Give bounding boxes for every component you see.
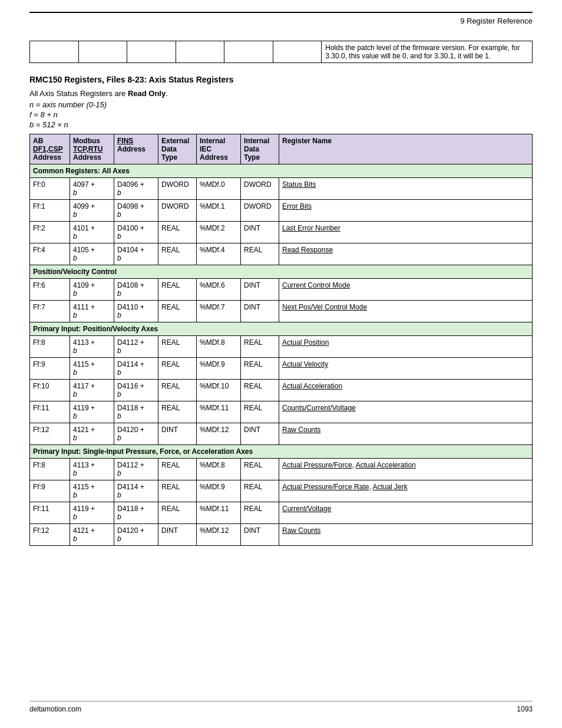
cell-iec: %MDf.8 bbox=[197, 459, 241, 480]
cell-int-type: REAL bbox=[241, 459, 279, 480]
th-iec-line1: Internal bbox=[200, 137, 225, 145]
reg-name-link[interactable]: Counts/Current/Voltage bbox=[282, 404, 356, 412]
group-header-cell: Primary Input: Position/Velocity Axes bbox=[30, 322, 533, 336]
table-row: Ff:04097 +bD4096 +bDWORD%MDf.0DWORDStatu… bbox=[30, 178, 533, 200]
cell-fins: D4110 +b bbox=[114, 301, 158, 322]
formula-n: n = axis number (0-15) bbox=[29, 100, 533, 109]
cell-ext-type: DINT bbox=[158, 524, 197, 546]
th-inttype: Internal Data Type bbox=[241, 134, 279, 164]
cell-modbus: 4097 +b bbox=[70, 178, 114, 200]
th-fins-line2: Address bbox=[117, 145, 146, 153]
cell-ab: Ff:12 bbox=[30, 423, 70, 445]
cell-ab: Ff:8 bbox=[30, 459, 70, 480]
reg-name-link[interactable]: Actual Acceleration bbox=[356, 461, 416, 469]
reg-name-link[interactable]: Raw Counts bbox=[282, 526, 320, 535]
th-ab-line2: DF1,CSP bbox=[33, 145, 63, 153]
footer-page-number: 1093 bbox=[517, 705, 533, 713]
cell-int-type: DINT bbox=[241, 279, 279, 301]
reg-name-link[interactable]: Actual Pressure/Force Rate bbox=[282, 483, 369, 491]
reg-name-link[interactable]: Read Response bbox=[282, 246, 333, 254]
page-header-text: 9 Register Reference bbox=[460, 17, 533, 25]
th-ext: External Data Type bbox=[158, 134, 197, 164]
cell-reg-name: Actual Position bbox=[279, 336, 533, 358]
th-iec-line2: IEC bbox=[200, 145, 211, 153]
cell-iec: %MDf.9 bbox=[197, 480, 241, 502]
cell-iec: %MDf.12 bbox=[197, 524, 241, 546]
cell-fins: D4118 +b bbox=[114, 401, 158, 423]
table-row: Ff:64109 +bD4108 +bREAL%MDf.6DINTCurrent… bbox=[30, 279, 533, 301]
cell-int-type: DWORD bbox=[241, 178, 279, 200]
cell-int-type: REAL bbox=[241, 336, 279, 358]
cell-modbus: 4117 +b bbox=[70, 380, 114, 401]
cell-fins: D4114 +b bbox=[114, 480, 158, 502]
table-row: Ff:44105 +bD4104 +bREAL%MDf.4REALRead Re… bbox=[30, 243, 533, 265]
th-ext-line1: External bbox=[161, 137, 189, 145]
cell-iec: %MDf.8 bbox=[197, 336, 241, 358]
th-ab: AB DF1,CSP Address bbox=[30, 134, 70, 164]
reg-name-link[interactable]: Error Bits bbox=[282, 202, 312, 210]
th-iec-line3: Address bbox=[200, 153, 228, 162]
cell-iec: %MDf.6 bbox=[197, 279, 241, 301]
page-header: 9 Register Reference bbox=[29, 17, 533, 29]
cell-ext-type: REAL bbox=[158, 459, 197, 480]
group-header-cell: Common Registers: All Axes bbox=[30, 164, 533, 178]
cell-fins: D4104 +b bbox=[114, 243, 158, 265]
cell-ext-type: REAL bbox=[158, 336, 197, 358]
cell-reg-name: Actual Acceleration bbox=[279, 380, 533, 401]
cell-fins: D4114 +b bbox=[114, 358, 158, 380]
reg-name-link[interactable]: Status Bits bbox=[282, 180, 316, 189]
cell-int-type: DWORD bbox=[241, 200, 279, 222]
top-table: Holds the patch level of the firmware ve… bbox=[29, 41, 533, 63]
reg-name-link[interactable]: Current/Voltage bbox=[282, 505, 331, 513]
reg-name-link[interactable]: Raw Counts bbox=[282, 426, 320, 434]
reg-name-link[interactable]: Actual Velocity bbox=[282, 360, 328, 368]
top-table-cell5 bbox=[224, 41, 273, 63]
cell-ab: Ff:4 bbox=[30, 243, 70, 265]
reg-name-link[interactable]: Actual Acceleration bbox=[282, 382, 342, 390]
th-modbus-line1: Modbus bbox=[73, 137, 100, 145]
th-modbus: Modbus TCP,RTU Address bbox=[70, 134, 114, 164]
th-ab-line3: Address bbox=[33, 153, 61, 162]
cell-ext-type: REAL bbox=[158, 279, 197, 301]
reg-name-link[interactable]: Actual Jerk bbox=[372, 483, 407, 491]
th-regname: Register Name bbox=[279, 134, 533, 164]
table-row: Ff:114119 +bD4118 +bREAL%MDf.11REALCurre… bbox=[30, 502, 533, 524]
group-header-row: Primary Input: Position/Velocity Axes bbox=[30, 322, 533, 336]
reg-name-link[interactable]: Next Pos/Vel Control Mode bbox=[282, 303, 367, 311]
cell-int-type: REAL bbox=[241, 243, 279, 265]
th-inttype-line3: Type bbox=[244, 153, 260, 162]
cell-reg-name: Status Bits bbox=[279, 178, 533, 200]
th-inttype-line2: Data bbox=[244, 145, 259, 153]
cell-int-type: REAL bbox=[241, 480, 279, 502]
cell-modbus: 4119 +b bbox=[70, 401, 114, 423]
group-header-row: Position/Velocity Control bbox=[30, 265, 533, 279]
cell-int-type: DINT bbox=[241, 524, 279, 546]
cell-ext-type: REAL bbox=[158, 301, 197, 322]
info-readonly: All Axis Status Registers are Read Only. bbox=[29, 89, 533, 98]
cell-ext-type: REAL bbox=[158, 480, 197, 502]
cell-iec: %MDf.11 bbox=[197, 401, 241, 423]
cell-ext-type: DWORD bbox=[158, 200, 197, 222]
cell-modbus: 4111 +b bbox=[70, 301, 114, 322]
cell-modbus: 4115 +b bbox=[70, 358, 114, 380]
reg-name-link[interactable]: Last Error Number bbox=[282, 224, 340, 232]
table-row: Ff:94115 +bD4114 +bREAL%MDf.9REALActual … bbox=[30, 358, 533, 380]
table-row: Ff:74111 +bD4110 +bREAL%MDf.7DINTNext Po… bbox=[30, 301, 533, 322]
cell-reg-name: Actual Pressure/Force, Actual Accelerati… bbox=[279, 459, 533, 480]
cell-reg-name: Current Control Mode bbox=[279, 279, 533, 301]
reg-name-link[interactable]: Current Control Mode bbox=[282, 281, 350, 289]
table-row: Ff:24101 +bD4100 +bREAL%MDf.2DINTLast Er… bbox=[30, 222, 533, 243]
cell-modbus: 4115 +b bbox=[70, 480, 114, 502]
cell-ext-type: REAL bbox=[158, 243, 197, 265]
cell-ext-type: REAL bbox=[158, 401, 197, 423]
cell-int-type: REAL bbox=[241, 502, 279, 524]
top-table-cell3 bbox=[127, 41, 176, 63]
reg-name-link[interactable]: Actual Position bbox=[282, 338, 329, 347]
table-row: Ff:94115 +bD4114 +bREAL%MDf.9REALActual … bbox=[30, 480, 533, 502]
cell-modbus: 4101 +b bbox=[70, 222, 114, 243]
top-table-container: Holds the patch level of the firmware ve… bbox=[29, 41, 533, 63]
table-row: Ff:124121 +bD4120 +bDINT%MDf.12DINTRaw C… bbox=[30, 423, 533, 445]
reg-name-link[interactable]: Actual Pressure/Force bbox=[282, 461, 352, 469]
cell-ab: Ff:7 bbox=[30, 301, 70, 322]
cell-ab: Ff:2 bbox=[30, 222, 70, 243]
